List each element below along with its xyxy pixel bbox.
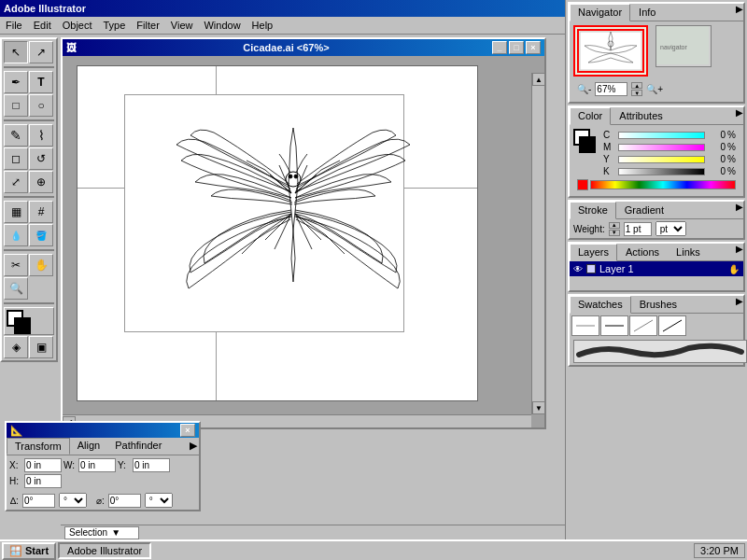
selection-tool[interactable]: ↖	[4, 41, 28, 63]
hand-tool[interactable]: ✋	[29, 254, 53, 276]
tab-brushes[interactable]: Brushes	[631, 296, 685, 313]
doc-icon: 🖼	[66, 42, 77, 53]
transform-close-btn[interactable]: ×	[180, 424, 195, 437]
svg-text:navigator: navigator	[660, 44, 687, 51]
weight-row: Weight: ▲ ▼ pt px	[570, 219, 743, 238]
tab-swatches[interactable]: Swatches	[570, 296, 631, 314]
layers-panel-menu[interactable]: ▶	[736, 244, 743, 260]
zoom-down-btn[interactable]: ▼	[631, 90, 642, 96]
color-mode-btn[interactable]: ◈	[4, 336, 28, 358]
taskbar-illustrator[interactable]: Adobe Illustrator	[58, 542, 151, 559]
doc-close-btn[interactable]: ×	[526, 41, 541, 54]
angle-label: ∆:	[10, 496, 19, 506]
y-label: Y:	[118, 460, 131, 470]
blend-tool[interactable]: ⊕	[29, 171, 53, 193]
stroke-panel: Stroke Gradient ▶ Weight: ▲ ▼ pt px	[568, 200, 745, 240]
ellipse-tool[interactable]: ○	[29, 94, 53, 117]
start-button[interactable]: 🪟 Start	[2, 542, 56, 560]
m-slider[interactable]	[618, 144, 705, 151]
layer-target-icon[interactable]: ✋	[728, 264, 740, 274]
brush-none[interactable]	[571, 315, 599, 336]
scale-tool[interactable]: ⤢	[4, 171, 28, 193]
tool-separator-2	[4, 119, 54, 121]
vertical-scrollbar[interactable]: ▲ ▼	[531, 73, 544, 414]
angle-row: ∆: ° ⌀: °	[7, 491, 199, 510]
panel-menu-arrow[interactable]: ▶	[736, 4, 743, 21]
zoom-out-icon[interactable]: 🔍-	[577, 84, 591, 94]
tab-attributes[interactable]: Attributes	[611, 107, 670, 124]
weight-down-btn[interactable]: ▼	[609, 230, 620, 236]
menu-edit[interactable]: Edit	[28, 19, 57, 32]
menu-type[interactable]: Type	[98, 19, 132, 32]
menu-window[interactable]: Window	[198, 19, 246, 32]
brush-diagonal[interactable]	[629, 315, 657, 336]
y-input[interactable]	[133, 458, 170, 472]
weight-unit-select[interactable]: pt px	[655, 221, 686, 236]
tab-layers[interactable]: Layers	[570, 244, 617, 261]
menu-help[interactable]: Help	[247, 19, 279, 32]
dropdown-arrow-icon[interactable]: ▼	[111, 527, 120, 538]
scissors-tool[interactable]: ✂	[4, 254, 28, 276]
w-input[interactable]	[78, 458, 116, 472]
doc-minimize-btn[interactable]: _	[492, 41, 507, 54]
paint-bucket-tool[interactable]: 🪣	[29, 224, 53, 246]
visibility-icon[interactable]: 👁	[573, 264, 583, 274]
tab-links[interactable]: Links	[668, 244, 709, 260]
erase-tool[interactable]: ◻	[4, 147, 28, 170]
gradient-mesh-tool[interactable]: #	[29, 201, 53, 223]
brush-thin[interactable]	[600, 315, 628, 336]
tab-pathfinder[interactable]: Pathfinder	[107, 438, 169, 455]
menu-view[interactable]: View	[165, 19, 199, 32]
tab-stroke[interactable]: Stroke	[570, 202, 616, 219]
menu-file[interactable]: File	[0, 19, 28, 32]
column-graph-tool[interactable]: ▦	[4, 201, 28, 223]
direct-select-tool[interactable]: ↗	[29, 41, 53, 63]
brush-stroke-svg	[574, 341, 746, 363]
zoom-input[interactable]	[595, 82, 627, 96]
m-label: M	[603, 142, 616, 152]
menu-filter[interactable]: Filter	[131, 19, 164, 32]
angle-input[interactable]	[22, 494, 55, 508]
h-input[interactable]	[24, 474, 62, 488]
transform-tab-arrow[interactable]: ▶	[188, 438, 199, 455]
rect-tool[interactable]: □	[4, 94, 28, 117]
x-input[interactable]	[24, 458, 62, 472]
screen-mode-btn[interactable]: ▣	[29, 336, 53, 358]
stroke-swatch[interactable]	[579, 136, 596, 153]
zoom-up-btn[interactable]: ▲	[631, 82, 642, 89]
pencil-tool[interactable]: ✎	[4, 124, 28, 147]
c-slider[interactable]	[618, 132, 705, 139]
tab-info[interactable]: Info	[630, 4, 664, 21]
x-label: X:	[9, 460, 22, 470]
tab-color[interactable]: Color	[570, 107, 611, 125]
shear-unit-select[interactable]: °	[145, 493, 173, 508]
rotate-tool[interactable]: ↺	[29, 147, 53, 170]
zoom-tool[interactable]: 🔍	[4, 277, 28, 300]
stroke-panel-menu[interactable]: ▶	[736, 202, 743, 218]
layer-1-row[interactable]: 👁 Layer 1 ✋	[570, 261, 743, 276]
y-slider[interactable]	[618, 156, 705, 163]
shear-input[interactable]	[108, 494, 141, 508]
brush-diagonal2[interactable]	[658, 315, 686, 336]
weight-input[interactable]	[624, 222, 652, 236]
smooth-tool[interactable]: ⌇	[29, 124, 53, 147]
weight-up-btn[interactable]: ▲	[609, 222, 620, 229]
swatches-panel-menu[interactable]: ▶	[736, 296, 743, 313]
spectrum-bar[interactable]	[590, 180, 736, 189]
color-panel-menu[interactable]: ▶	[736, 107, 743, 124]
zoom-in-icon[interactable]: 🔍+	[646, 84, 663, 94]
k-slider[interactable]	[618, 168, 705, 175]
document-canvas[interactable]: ▲ ▼ ◀	[63, 56, 544, 427]
tab-transform[interactable]: Transform	[7, 438, 70, 455]
fill-stroke-indicator[interactable]	[4, 307, 54, 335]
eyedropper-tool[interactable]: 💧	[4, 224, 28, 246]
doc-maximize-btn[interactable]: □	[509, 41, 524, 54]
menu-object[interactable]: Object	[57, 19, 98, 32]
angle-unit-select[interactable]: °	[59, 493, 87, 508]
tab-gradient[interactable]: Gradient	[616, 202, 672, 218]
type-tool[interactable]: T	[29, 71, 53, 93]
tab-navigator[interactable]: Navigator	[570, 4, 630, 21]
tab-actions[interactable]: Actions	[617, 244, 668, 260]
pen-tool[interactable]: ✒	[4, 71, 28, 93]
tab-align[interactable]: Align	[70, 438, 107, 455]
